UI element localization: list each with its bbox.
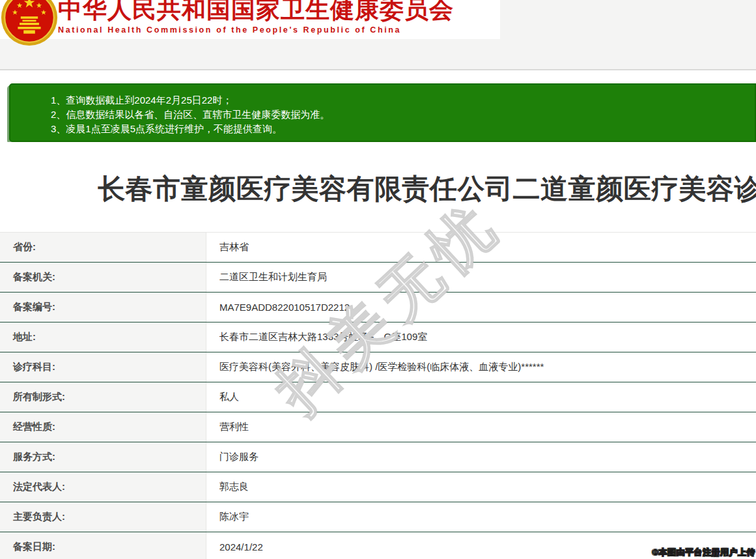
site-title-en: National Health Commission of the People…: [58, 25, 454, 35]
field-value: 郭志良: [206, 472, 756, 502]
photo-credit-watermark: ©本图由平台注册用户上传: [652, 547, 755, 558]
field-label: 诊疗科目:: [0, 352, 206, 382]
field-label: 地址:: [0, 322, 206, 352]
table-row-filing-date: 备案日期: 2024/1/22: [0, 532, 756, 559]
field-label: 备案编号:: [0, 293, 206, 322]
notice-item-1: 1、查询数据截止到2024年2月25日22时；: [51, 93, 748, 108]
field-value: 营利性: [206, 412, 756, 442]
field-value: 医疗美容科(美容外科、美容皮肤科) /医学检验科(临床体液、血液专业)*****…: [206, 352, 756, 382]
page: 中华人民共和国国家卫生健康委员会 National Health Commiss…: [0, 0, 756, 559]
field-value: 私人: [206, 382, 756, 412]
field-label: 法定代表人:: [0, 472, 206, 502]
field-value: 二道区卫生和计划生育局: [206, 263, 756, 292]
field-label: 主要负责人:: [0, 502, 206, 532]
field-label: 备案日期:: [0, 532, 206, 559]
table-row-ownership-form: 所有制形式: 私人: [0, 382, 756, 412]
record-title: 长春市童颜医疗美容有限责任公司二道童颜医疗美容诊所: [98, 171, 756, 207]
table-row-address: 地址: 长春市二道区吉林大路1333号虹场F、G座109室: [0, 322, 756, 352]
table-row-filing-authority: 备案机关: 二道区卫生和计划生育局: [0, 263, 756, 293]
field-value: 长春市二道区吉林大路1333号虹场F、G座109室: [206, 322, 756, 352]
site-header: 中华人民共和国国家卫生健康委员会 National Health Commiss…: [0, 0, 500, 39]
site-title-cn: 中华人民共和国国家卫生健康委员会: [58, 0, 454, 23]
table-row-clinical-departments: 诊疗科目: 医疗美容科(美容外科、美容皮肤科) /医学检验科(临床体液、血液专业…: [0, 352, 756, 382]
notice-box: 1、查询数据截止到2024年2月25日22时； 2、信息数据结果以各省、自治区、…: [9, 83, 756, 142]
field-label: 备案机关:: [0, 263, 206, 292]
record-info-table: 省份: 吉林省 备案机关: 二道区卫生和计划生育局 备案编号: MA7E9ADD…: [0, 232, 756, 559]
table-row-legal-representative: 法定代表人: 郭志良: [0, 472, 756, 502]
field-label: 省份:: [0, 233, 206, 262]
field-label: 经营性质:: [0, 412, 206, 442]
notice-item-3: 3、凌晨1点至凌晨5点系统进行维护，不能提供查询。: [51, 122, 748, 136]
field-value: 陈冰宇: [206, 502, 756, 532]
field-value: 门诊服务: [206, 442, 756, 472]
site-titles: 中华人民共和国国家卫生健康委员会 National Health Commiss…: [58, 0, 454, 35]
table-row-principal-person: 主要负责人: 陈冰宇: [0, 502, 756, 532]
field-label: 服务方式:: [0, 442, 206, 472]
table-row-service-mode: 服务方式: 门诊服务: [0, 442, 756, 472]
table-row-filing-number: 备案编号: MA7E9ADD822010517D2212: [0, 293, 756, 322]
field-label: 所有制形式:: [0, 382, 206, 412]
notice-item-2: 2、信息数据结果以各省、自治区、直辖市卫生健康委数据为准。: [51, 108, 748, 122]
table-row-province: 省份: 吉林省: [0, 233, 756, 263]
field-value: 吉林省: [206, 233, 756, 262]
field-value: MA7E9ADD822010517D2212: [206, 293, 756, 322]
national-emblem-icon: [1, 0, 58, 46]
table-row-operation-nature: 经营性质: 营利性: [0, 412, 756, 442]
record-title-area: 长春市童颜医疗美容有限责任公司二道童颜医疗美容诊所: [0, 142, 756, 232]
top-header-band: 中华人民共和国国家卫生健康委员会 National Health Commiss…: [0, 0, 756, 70]
